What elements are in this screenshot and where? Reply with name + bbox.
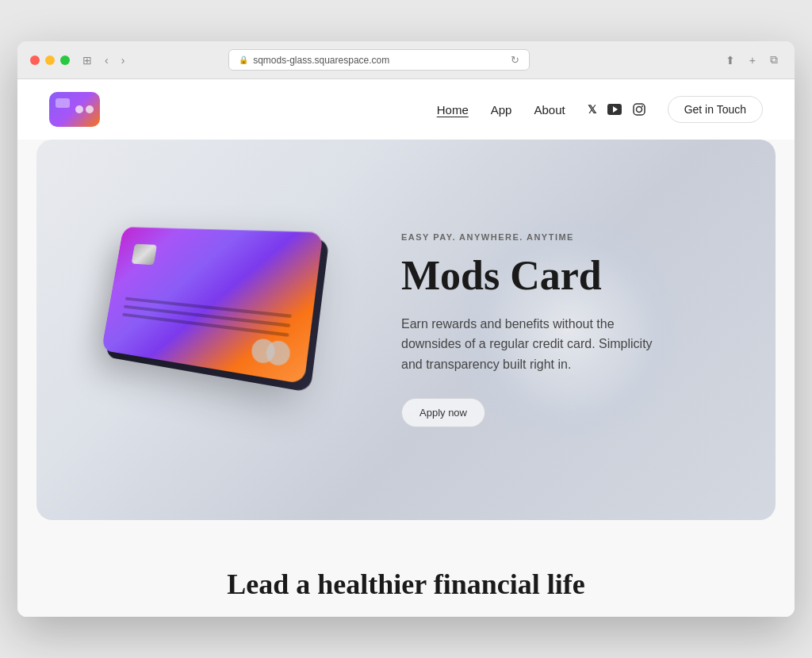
hero-content: EASY PAY. ANYWHERE. ANYTIME Mods Card Ea…: [370, 232, 728, 428]
navigation: Home App About 𝕏: [17, 79, 795, 140]
tabs-button[interactable]: ⧉: [766, 51, 782, 69]
browser-controls: ⊞ ‹ ›: [79, 52, 128, 68]
hero-section: EASY PAY. ANYWHERE. ANYTIME Mods Card Ea…: [36, 140, 776, 520]
svg-rect-2: [634, 104, 645, 115]
card-lines: [122, 297, 292, 337]
sidebar-toggle-button[interactable]: ⊞: [79, 52, 95, 68]
nav-link-app[interactable]: App: [491, 103, 512, 117]
logo-circles: [75, 105, 94, 113]
hero-title: Mods Card: [401, 253, 728, 298]
nav-link-home[interactable]: Home: [437, 103, 469, 117]
close-button[interactable]: [30, 55, 40, 65]
instagram-icon[interactable]: [633, 103, 645, 116]
card-brand-circles: [251, 338, 292, 367]
logo-circle-2: [86, 105, 94, 113]
svg-point-3: [636, 107, 642, 113]
website: Home App About 𝕏: [17, 79, 795, 617]
browser-window: ⊞ ‹ › 🔒 sqmods-glass.squarespace.com ↻ ⬆…: [17, 41, 795, 617]
back-button[interactable]: ‹: [102, 52, 112, 68]
nav-social: 𝕏: [588, 103, 645, 116]
apply-now-button[interactable]: Apply now: [401, 398, 485, 427]
logo[interactable]: [49, 92, 100, 127]
get-in-touch-button[interactable]: Get in Touch: [668, 96, 763, 123]
refresh-icon[interactable]: ↻: [511, 54, 519, 66]
hero-eyebrow: EASY PAY. ANYWHERE. ANYTIME: [401, 232, 728, 242]
logo-circle-1: [75, 105, 83, 113]
bottom-title: Lead a healthier financial life: [49, 568, 763, 601]
address-bar[interactable]: 🔒 sqmods-glass.squarespace.com ↻: [228, 49, 530, 71]
card-chip: [132, 244, 157, 266]
url-text: sqmods-glass.squarespace.com: [253, 55, 389, 66]
youtube-icon[interactable]: [607, 104, 622, 115]
card-container: [68, 179, 370, 480]
maximize-button[interactable]: [60, 55, 70, 65]
nav-links: Home App About 𝕏: [437, 96, 763, 123]
twitter-icon[interactable]: 𝕏: [588, 103, 596, 116]
svg-point-4: [642, 105, 643, 107]
new-tab-button[interactable]: +: [745, 52, 760, 69]
nav-link-about[interactable]: About: [534, 103, 565, 117]
browser-chrome: ⊞ ‹ › 🔒 sqmods-glass.squarespace.com ↻ ⬆…: [17, 41, 795, 79]
lock-icon: 🔒: [239, 55, 248, 64]
minimize-button[interactable]: [45, 55, 55, 65]
forward-button[interactable]: ›: [118, 52, 128, 68]
hero-description: Earn rewards and benefits without the do…: [401, 314, 671, 375]
browser-actions: ⬆ + ⧉: [722, 51, 782, 69]
traffic-lights: [30, 55, 70, 65]
bottom-section: Lead a healthier financial life: [17, 536, 795, 617]
share-button[interactable]: ⬆: [722, 52, 739, 69]
